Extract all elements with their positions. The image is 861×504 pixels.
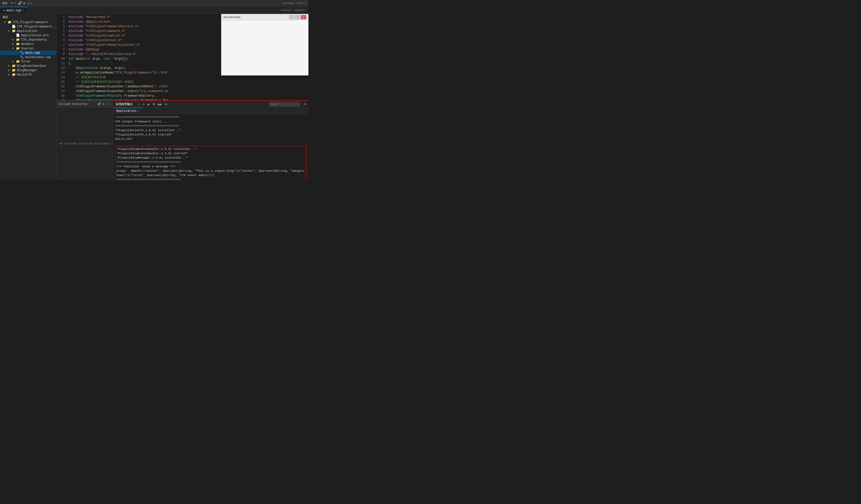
top-bar: 项目 ≡ ⊺ 🔗 ⊞ ◁ ▷ Windows (CRLF) [0, 0, 309, 7]
panel-stop-icon[interactable]: ■ [152, 102, 155, 107]
filter-icon[interactable]: ⊺ [14, 1, 16, 5]
panel-title: 应用程序输出 [116, 102, 133, 106]
editor-tab-bar: ✦ main.cpp ✕ <Select Symbol> [0, 7, 309, 14]
sidebar-item-helloctk[interactable]: ▶ 📁 HelloCTK [0, 72, 56, 77]
floating-window-title: MainWindow [223, 16, 288, 19]
sidebar-header: 项目 [0, 14, 56, 20]
output-line-8: "Plugin[BlogManager_1.0.0] installed..." [117, 155, 305, 160]
panel-tab-close[interactable]: ✕ [138, 110, 140, 113]
editor-tab-main-cpp[interactable]: ✦ main.cpp ✕ [0, 7, 28, 14]
sidebar-item-mainwindow-cpp[interactable]: 🔧 mainwindow.cpp [0, 55, 56, 59]
output-red-block: "Plugin[BlogEventHandler_1.0.0] installe… [115, 146, 306, 180]
line-numbers: 12345 678910 1112131415 1617181920 21222… [57, 14, 67, 100]
panel-settings-icon[interactable]: ⚙ [164, 102, 168, 107]
include-hierarchy-empty-msg: No include hierarchy available [57, 108, 113, 180]
floating-window-titlebar: MainWindow ─ □ ✕ [221, 14, 308, 20]
panel-nav-fwd[interactable]: ▷ [142, 102, 146, 107]
close-button[interactable]: ✕ [301, 15, 306, 19]
output-line-1: CTK plugin framework start... [115, 119, 306, 124]
ih-nav-fwd[interactable]: ▷ [109, 102, 111, 106]
project-title: 项目 [2, 1, 8, 5]
sort-icon[interactable]: ≡ [11, 1, 13, 5]
output-content[interactable]: ==================================== CTK… [113, 114, 309, 180]
include-hierarchy-header: Include Hierarchy 🔗 ⊞ ◁ ▷ [57, 101, 113, 108]
panel-tab-label: Application [116, 109, 137, 113]
sidebar-item-headers[interactable]: ▶ 📁 Headers [0, 42, 56, 46]
output-line-6: "Plugin[BlogEventHandler_1.0.0] installe… [117, 147, 305, 151]
output-line-2: ==================================== [115, 124, 306, 128]
output-panel: 应用程序输出 ◁ ▷ ▶ ■ ▶▶ ⚙ + Application [113, 100, 309, 180]
sidebar-item-ctk-dep[interactable]: ▶ 📁 CTK_dependency [0, 38, 56, 42]
output-line-spacer [115, 141, 306, 145]
tile-icon[interactable]: ⊞ [23, 1, 25, 5]
include-hierarchy-panel: Include Hierarchy 🔗 ⊞ ◁ ▷ No include hie… [57, 100, 113, 180]
editor-panel-area: 12345 678910 1112131415 1617181920 21222… [57, 14, 309, 180]
panel-header: 应用程序输出 ◁ ▷ ▶ ■ ▶▶ ⚙ + [113, 101, 309, 108]
sidebar: 项目 ▼ 📁 CTK_PluginFramework 📄 CTK_PluginF… [0, 14, 57, 180]
symbol-selector[interactable]: <Select Symbol> [278, 9, 309, 12]
output-line-12: ==================================== [117, 177, 305, 180]
filter-input[interactable] [269, 102, 300, 107]
panel-tab-bar: Application ✕ [113, 108, 309, 114]
maximize-button[interactable]: □ [295, 15, 300, 19]
panel-nav-back[interactable]: ◁ [137, 102, 140, 107]
output-line-3: "Plugin[HelloCTK_1.0.0] installed..." [115, 128, 306, 132]
output-line-9: ==================================== [117, 160, 305, 164]
sidebar-item-ctk-root[interactable]: ▼ 📁 CTK_PluginFramework [0, 20, 56, 25]
windows-crlf: Windows (CRLF) [283, 2, 306, 5]
floating-window-content [221, 20, 308, 75]
panel-build-icon[interactable]: ▶▶ [157, 102, 163, 107]
output-line-11: props: QHash(("content", QVariant(QStrin… [117, 169, 305, 177]
ih-grid-icon[interactable]: ⊞ [102, 102, 105, 106]
sidebar-item-blogmanager[interactable]: ▶ 📁 BlogManager [0, 68, 56, 72]
output-line-7: "Plugin[BlogEventHandler_1.0.0] started" [117, 151, 305, 155]
minimize-button[interactable]: ─ [289, 15, 295, 19]
sidebar-item-app-pro[interactable]: 📄 Application.pro [0, 33, 56, 38]
sidebar-item-main-cpp[interactable]: 🔧 main.cpp [0, 51, 56, 55]
panel-tab-application[interactable]: Application ✕ [113, 108, 143, 114]
ih-link-icon[interactable]: 🔗 [97, 102, 101, 106]
nav-forward-icon[interactable]: ▷ [30, 1, 32, 5]
sidebar-item-forms[interactable]: ▶ 📁 Forms [0, 59, 56, 64]
panel-add-button[interactable]: + [303, 102, 306, 107]
sidebar-item-sources[interactable]: ▼ 📁 Sources [0, 46, 56, 51]
ih-nav-back[interactable]: ◁ [106, 102, 108, 106]
include-hierarchy-title: Include Hierarchy [59, 102, 87, 106]
tab-label: main.cpp [6, 9, 21, 12]
output-line-4: "Plugin[HelloCTK_1.0.0] started" [115, 132, 306, 137]
sidebar-item-application[interactable]: ▼ 📁 Application [0, 29, 56, 33]
panel-play-icon[interactable]: ▶ [147, 102, 151, 107]
sidebar-item-blogeventhandler[interactable]: ▶ 📁 BlogEventHandler [0, 64, 56, 68]
output-line-5: Hello,CTK! [115, 137, 306, 141]
tab-close-icon[interactable]: ✕ [23, 9, 24, 12]
sidebar-item-ctk-pro[interactable]: 📄 CTK_PluginFramework.pro [0, 25, 56, 29]
file-indicator: ✦ [3, 9, 5, 12]
nav-back-icon[interactable]: ◁ [27, 1, 29, 5]
output-line-0: ==================================== [115, 115, 306, 119]
floating-window[interactable]: MainWindow ─ □ ✕ [221, 14, 309, 75]
link-icon[interactable]: 🔗 [18, 1, 22, 5]
output-line-10: === Publisher sends a message === [117, 164, 305, 169]
